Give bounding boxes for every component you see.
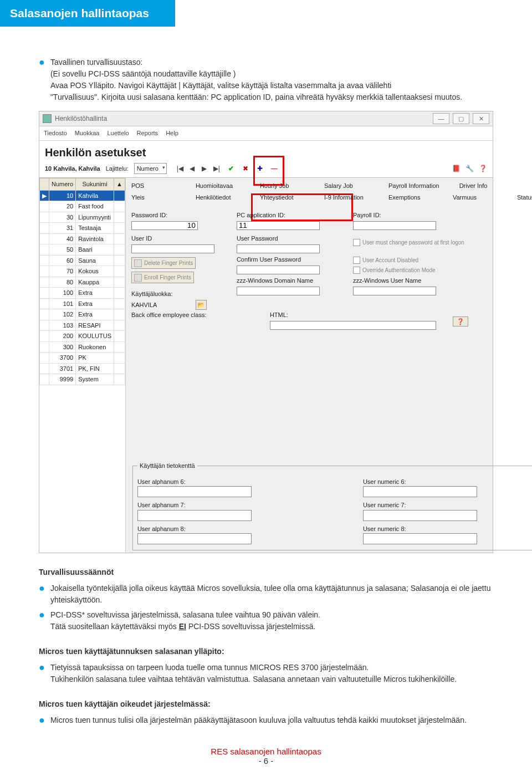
page-header: Salasanojen hallintaopas [0,0,532,31]
book-icon[interactable]: 📕 [452,164,461,173]
tab-exemptions[interactable]: Exemptions [388,193,433,202]
label-win-user: zzz-Windows User Name [353,276,436,285]
menu-reports[interactable]: Reports [137,129,158,138]
tab-hourly-job[interactable]: Hourly Job [260,181,304,191]
tab-varmuus[interactable]: Varmuus [453,193,497,202]
bullet-dot-icon: ● [39,583,45,606]
menu-tiedosto[interactable]: Tiedosto [44,129,67,138]
sort-dropdown[interactable]: Numero [134,163,167,175]
sort-label: Lajittelu: [106,164,129,173]
label-ua7: User alphanum 7: [137,501,330,510]
input-ua6[interactable] [137,486,252,497]
table-row[interactable]: 50Baari [40,244,125,256]
label-html: HTML: [270,310,436,320]
input-payroll-id[interactable] [353,221,436,230]
input-confirm-pwd[interactable] [237,266,320,274]
rule-3-text: Tietyissä tapauksissa on tarpeen luoda t… [50,662,493,685]
table-row[interactable]: 70Kokous [40,266,125,277]
rule-3: ● Tietyissä tapauksissa on tarpeen luoda… [39,662,493,685]
close-button[interactable]: ✕ [473,113,489,124]
folder-icon[interactable]: 📂 [196,300,207,310]
input-un6[interactable] [363,486,477,497]
nav-prev-icon[interactable]: ◀ [188,164,197,173]
bullet-dot-icon: ● [39,57,45,103]
intro-bullet: ● Tavallinen turvallisuustaso: (Ei sovel… [39,57,493,103]
help-question-icon[interactable]: ❓ [453,317,468,326]
bullet-dot-icon: ● [39,662,45,685]
rule-1-text: Jokaisella työntekijällä jolla oikeus kä… [50,583,493,606]
input-html[interactable] [270,321,436,330]
page-footer: RES salasanojen hallintaopas - 6 - [0,730,532,777]
input-user-id[interactable] [131,244,214,253]
input-password-id[interactable] [131,221,198,230]
table-row[interactable]: 31Testaaja [40,223,125,234]
table-row[interactable]: 102Extra [40,309,125,320]
checkbox-account-disabled[interactable]: User Account Disabled [353,256,418,264]
tab-huomioitavaa[interactable]: Huomioitavaa [196,181,240,191]
form-body: Numero Sukunimi ▲ ▶10Kahvila20Fast food3… [39,178,493,553]
nav-next-icon[interactable]: ▶ [200,164,209,173]
settings-icon[interactable]: 🔧 [465,164,474,173]
table-row[interactable]: 103RESAPI [40,320,125,331]
button-delete-fingerprints[interactable]: Delete Finger Prints [131,257,196,269]
help-icon[interactable]: ❓ [478,164,487,173]
employee-list: Numero Sukunimi ▲ ▶10Kahvila20Fast food3… [39,178,126,553]
col-numero[interactable]: Numero [49,178,76,191]
header-title: Salasanojen hallintaopas [0,0,175,27]
tab-driver-info[interactable]: Driver Info [459,181,504,191]
table-row[interactable]: 101Extra [40,298,125,309]
label-bo-class: Back office employee class: [131,310,207,320]
table-row[interactable]: 20Fast food [40,201,125,212]
window-titlebar: Henkilöstöhallinta — ▢ ✕ [39,111,493,126]
label-un7: User numeric 7: [363,501,532,510]
table-row[interactable]: 40Ravintola [40,233,125,244]
checkbox-override-auth[interactable]: Override Authentication Mode [353,266,436,274]
input-win-user[interactable] [353,287,436,295]
label-ua6: User alphanum 6: [137,477,330,487]
table-row[interactable]: 60Sauna [40,255,125,266]
table-row[interactable]: 30Lipunmyynti [40,212,125,223]
intro-line2b: "Turvallisuus". Kirjoita uusi salasana k… [50,93,462,101]
table-row[interactable]: 200KOULUTUS [40,331,125,342]
tab-i9[interactable]: I-9 Information [324,193,369,202]
confirm-icon[interactable]: ✔ [227,164,236,173]
label-domain: zzz-Windows Domain Name [237,276,320,285]
nav-last-icon[interactable]: ▶| [212,164,221,173]
minimize-button[interactable]: — [433,113,449,124]
maximize-button[interactable]: ▢ [453,113,469,124]
input-ua8[interactable] [137,533,252,544]
tab-yleis[interactable]: Yleis [131,193,176,202]
table-row[interactable]: 3700PK [40,353,125,364]
table-row[interactable]: 9999System [40,374,125,385]
table-row[interactable]: ▶10Kahvila [40,190,125,201]
tab-pos[interactable]: POS [131,181,176,191]
input-user-pwd[interactable] [237,244,320,253]
menu-luettelo[interactable]: Luettelo [107,129,129,138]
tab-row-1: POS Huomioitavaa Hourly Job Salary Job P… [131,180,532,192]
menu-help[interactable]: Help [166,129,178,138]
label-payroll-id: Payroll ID: [353,211,436,220]
input-un8[interactable] [363,533,477,544]
cancel-icon[interactable]: ✖ [241,164,250,173]
table-row[interactable]: 300Ruokonen [40,341,125,353]
dropdown-user-class[interactable]: KAHVILA [131,300,192,310]
input-ua7[interactable] [137,510,252,521]
input-domain[interactable] [237,287,320,295]
nav-first-icon[interactable]: |◀ [176,164,185,173]
table-row[interactable]: 3701PK, FIN [40,363,125,374]
button-enroll-fingerprints[interactable]: Enroll Finger Prints [131,272,194,283]
tab-status[interactable]: Status [517,193,532,202]
tab-salary-job[interactable]: Salary Job [324,181,369,191]
support-rights-heading: Micros tuen käyttäjän oikeudet järjestel… [39,698,493,710]
label-un6: User numeric 6: [363,477,532,487]
input-un7[interactable] [363,510,477,521]
input-pc-app-id[interactable] [237,221,320,230]
table-row[interactable]: 80Kauppa [40,277,125,288]
menu-muokkaa[interactable]: Muokkaa [75,129,100,138]
table-row[interactable]: 100Extra [40,288,125,299]
checkbox-first-logon[interactable]: User must change password at first logon [353,238,464,247]
tab-payroll-info[interactable]: Payroll Information [388,181,439,191]
tab-yhteystiedot[interactable]: Yhteystiedot [260,193,304,202]
col-sukunimi[interactable]: Sukunimi [76,178,114,191]
tab-henkilotiedot[interactable]: Henkilötiedot [196,193,240,202]
